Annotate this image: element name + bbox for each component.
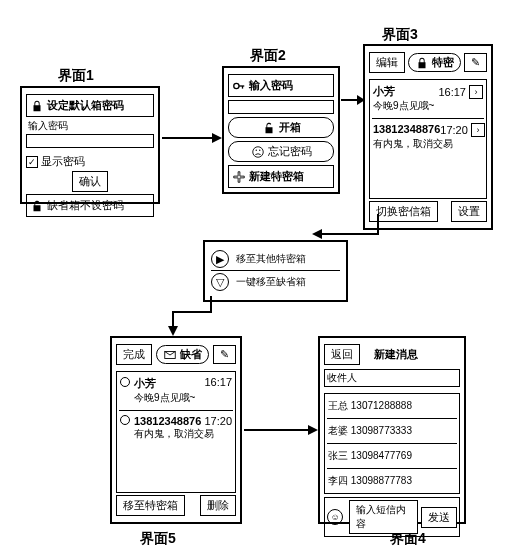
key-icon [232, 79, 246, 93]
message-item[interactable]: 13812348876 17:20 › 有内鬼，取消交易 [372, 121, 484, 154]
s2-open-label: 开箱 [279, 120, 301, 135]
svg-point-2 [234, 83, 239, 88]
contact-item[interactable]: 王总 13071288888 [327, 396, 457, 416]
unlock-icon [262, 121, 276, 135]
popup-menu: ▶ 移至其他特密箱 ▽ 一键移至缺省箱 [203, 240, 348, 302]
popup-move-label: 移至其他特密箱 [236, 252, 340, 266]
arrow-popup-5 [165, 296, 215, 336]
divider [211, 270, 340, 271]
msg-name: 小芳 [373, 84, 395, 99]
s1-title: 设定默认箱密码 [47, 98, 124, 113]
screen1-label: 界面1 [58, 67, 94, 85]
msg-name: 小芳 [134, 377, 156, 389]
svg-point-5 [252, 146, 263, 157]
arrow-1-2 [162, 128, 222, 148]
svg-marker-1 [212, 133, 222, 143]
divider [327, 443, 457, 444]
msg-time: 16:17 [438, 86, 466, 98]
contact-item[interactable]: 张三 13098477769 [327, 446, 457, 466]
message-item[interactable]: 小芳 16:17 › 今晚9点见哦~ [372, 82, 484, 116]
s3-secret-pill: 特密 [408, 53, 461, 72]
svg-marker-11 [168, 326, 178, 336]
s2-forgot-button[interactable]: 忘记密码 [228, 141, 334, 162]
msg-time: 17:20 [440, 124, 468, 136]
msg-body: 今晚9点见哦~ [373, 99, 483, 113]
s5-default-pill: 缺省 [156, 345, 209, 364]
s4-recipient-row[interactable]: 收件人 [324, 369, 460, 387]
radio-icon[interactable] [120, 415, 130, 425]
s4-sms-input[interactable]: 输入短信内容 [349, 500, 418, 534]
s4-send-button[interactable]: 发送 [421, 507, 457, 528]
svg-marker-14 [308, 425, 318, 435]
s2-password-input[interactable] [228, 100, 334, 114]
chevron-right-icon: › [469, 85, 483, 99]
msg-body: 今晚9点见哦~ [134, 391, 232, 405]
svg-point-7 [259, 149, 260, 150]
contact-item[interactable]: 老婆 13098773333 [327, 421, 457, 441]
play-icon: ▶ [211, 250, 229, 268]
svg-marker-10 [312, 229, 322, 239]
arrow-5-4 [244, 420, 318, 440]
s1-title-row: 设定默认箱密码 [26, 94, 154, 117]
s1-showpw-label: 显示密码 [41, 155, 85, 167]
s4-title: 新建消息 [360, 347, 432, 362]
mail-icon [163, 348, 177, 362]
msg-time: 17:20 [204, 415, 232, 427]
screen5: 完成 缺省 ✎ 小芳 16:17 今晚9点见哦~ 13812348876 17:… [110, 336, 242, 524]
msg-name: 13812348876 [373, 123, 440, 137]
screen5-label: 界面5 [140, 530, 176, 548]
screen4: 返回 新建消息 收件人 王总 13071288888 老婆 1309877333… [318, 336, 466, 524]
s1-password-input[interactable] [26, 134, 154, 148]
svg-point-6 [255, 149, 256, 150]
s2-title-row: 输入密码 [228, 74, 334, 97]
s2-open-button[interactable]: 开箱 [228, 117, 334, 138]
divider [372, 118, 484, 119]
sad-icon [251, 145, 265, 159]
divider [327, 418, 457, 419]
divider [327, 468, 457, 469]
s3-message-list: 小芳 16:17 › 今晚9点见哦~ 13812348876 17:20 › 有… [369, 79, 487, 199]
lock-icon [415, 56, 429, 70]
screen1: 设定默认箱密码 输入密码 ✓ 显示密码 确认 缺省箱不设密码 [20, 86, 160, 204]
s1-skip-button[interactable]: 缺省箱不设密码 [26, 194, 154, 217]
msg-body: 有内鬼，取消交易 [373, 137, 483, 151]
screen3: 编辑 特密 ✎ 小芳 16:17 › 今晚9点见哦~ 13812348876 1… [363, 44, 493, 230]
s4-contact-list: 王总 13071288888 老婆 13098773333 张三 1309847… [324, 393, 460, 494]
msg-name: 13812348876 [134, 415, 201, 427]
message-item[interactable]: 13812348876 17:20 有内鬼，取消交易 [119, 413, 233, 444]
s5-delete-button[interactable]: 删除 [200, 495, 236, 516]
popup-quick-label: 一键移至缺省箱 [236, 275, 340, 289]
s3-secret-label: 特密 [432, 55, 454, 70]
s2-create-button[interactable]: 新建特密箱 [228, 165, 334, 188]
popup-quick-option[interactable]: ▽ 一键移至缺省箱 [211, 273, 340, 291]
s1-showpw-row[interactable]: ✓ 显示密码 [26, 154, 154, 169]
lock-icon [30, 99, 44, 113]
contact-item[interactable]: 李四 13098877783 [327, 471, 457, 491]
msg-body: 有内鬼，取消交易 [134, 427, 232, 441]
unlock-icon [30, 199, 44, 213]
s3-compose-button[interactable]: ✎ [464, 53, 487, 72]
checkbox-icon: ✓ [26, 156, 38, 168]
s4-recipient-label: 收件人 [327, 371, 357, 385]
screen2-label: 界面2 [250, 47, 286, 65]
radio-icon[interactable] [120, 377, 130, 387]
s3-edit-button[interactable]: 编辑 [369, 52, 405, 73]
divider [119, 410, 233, 411]
arrow-2-3 [341, 90, 365, 110]
s2-title: 输入密码 [249, 78, 293, 93]
chevron-right-icon: › [471, 123, 485, 137]
emoji-icon[interactable]: ☺ [327, 509, 343, 525]
down-icon: ▽ [211, 273, 229, 291]
s3-settings-button[interactable]: 设置 [451, 201, 487, 222]
screen3-label: 界面3 [382, 26, 418, 44]
s4-back-button[interactable]: 返回 [324, 344, 360, 365]
s5-default-label: 缺省 [180, 347, 202, 362]
s5-compose-button[interactable]: ✎ [213, 345, 236, 364]
s5-done-button[interactable]: 完成 [116, 344, 152, 365]
msg-time: 16:17 [204, 376, 232, 391]
popup-move-option[interactable]: ▶ 移至其他特密箱 [211, 250, 340, 268]
message-item[interactable]: 小芳 16:17 今晚9点见哦~ [119, 374, 233, 408]
s5-message-list: 小芳 16:17 今晚9点见哦~ 13812348876 17:20 有内鬼，取… [116, 371, 236, 493]
s1-confirm-button[interactable]: 确认 [72, 171, 108, 192]
s5-move-button[interactable]: 移至特密箱 [116, 495, 185, 516]
